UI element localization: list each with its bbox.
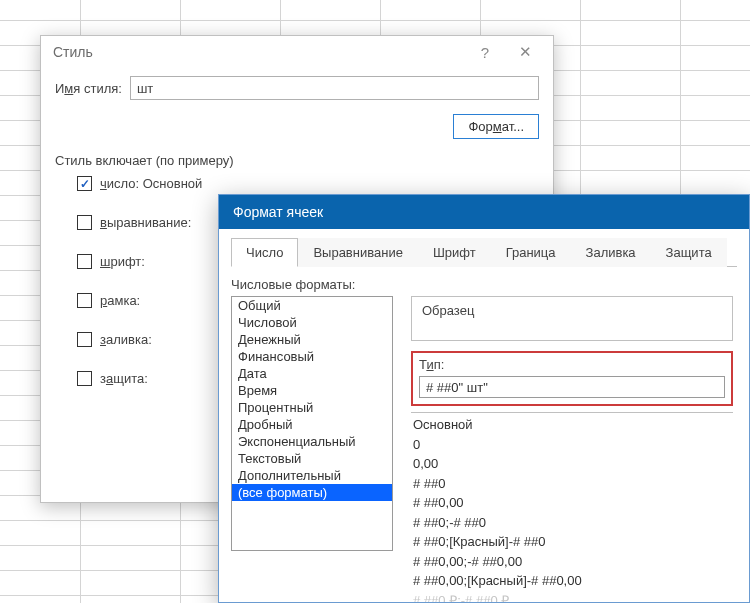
type-block: Тип:: [411, 351, 733, 406]
format-cells-tabs: Число Выравнивание Шрифт Граница Заливка…: [231, 237, 737, 267]
check-protect-label: защита:: [100, 371, 148, 386]
format-cells-columns: ОбщийЧисловойДенежныйФинансовыйДатаВремя…: [231, 296, 737, 603]
category-item[interactable]: Дробный: [232, 416, 392, 433]
format-list-item[interactable]: # ##0,00;[Красный]-# ##0,00: [411, 571, 733, 591]
category-item[interactable]: Общий: [232, 297, 392, 314]
help-icon[interactable]: ?: [465, 44, 505, 61]
checkbox-icon[interactable]: [77, 254, 92, 269]
format-list-item[interactable]: # ##0 ₽;-# ##0 ₽: [411, 591, 733, 604]
checkbox-icon[interactable]: [77, 332, 92, 347]
format-list-item[interactable]: # ##0: [411, 474, 733, 494]
check-number[interactable]: число: Основной: [77, 176, 539, 191]
category-item[interactable]: Процентный: [232, 399, 392, 416]
checkbox-icon[interactable]: [77, 371, 92, 386]
style-name-row: Имя стиля:: [55, 76, 539, 100]
format-list-item[interactable]: # ##0,00;-# ##0,00: [411, 552, 733, 572]
type-input[interactable]: [419, 376, 725, 398]
category-item[interactable]: Время: [232, 382, 392, 399]
checkbox-icon[interactable]: [77, 176, 92, 191]
style-name-input[interactable]: [130, 76, 539, 100]
tab-border[interactable]: Граница: [491, 238, 571, 267]
check-border-label: рамка:: [100, 293, 140, 308]
category-item[interactable]: Текстовый: [232, 450, 392, 467]
includes-label: Стиль включает (по примеру): [55, 153, 539, 168]
format-list-item[interactable]: # ##0;[Красный]-# ##0: [411, 532, 733, 552]
type-label: Тип:: [419, 357, 725, 372]
category-item[interactable]: Денежный: [232, 331, 392, 348]
sample-label: Образец: [422, 303, 722, 318]
sample-box: Образец: [411, 296, 733, 341]
check-font-label: шрифт:: [100, 254, 145, 269]
category-item[interactable]: Финансовый: [232, 348, 392, 365]
style-dialog-titlebar: Стиль ? ✕: [41, 36, 553, 68]
check-alignment-label: выравнивание:: [100, 215, 191, 230]
format-list[interactable]: Основной00,00# ##0# ##0,00# ##0;-# ##0# …: [411, 412, 733, 603]
categories-label: Числовые форматы:: [231, 277, 737, 292]
format-cells-right: Образец Тип: Основной00,00# ##0# ##0,00#…: [411, 296, 737, 603]
categories-listbox[interactable]: ОбщийЧисловойДенежныйФинансовыйДатаВремя…: [231, 296, 393, 551]
format-cells-titlebar: Формат ячеек: [219, 195, 749, 229]
category-item[interactable]: (все форматы): [232, 484, 392, 501]
format-cells-body: Число Выравнивание Шрифт Граница Заливка…: [219, 229, 749, 603]
format-list-item[interactable]: 0,00: [411, 454, 733, 474]
check-number-label: число: Основной: [100, 176, 202, 191]
format-cells-title: Формат ячеек: [233, 204, 323, 220]
style-name-label: Имя стиля:: [55, 81, 122, 96]
category-item[interactable]: Числовой: [232, 314, 392, 331]
style-dialog-title: Стиль: [53, 44, 465, 60]
checkbox-icon[interactable]: [77, 215, 92, 230]
category-item[interactable]: Экспоненциальный: [232, 433, 392, 450]
category-item[interactable]: Дата: [232, 365, 392, 382]
format-list-item[interactable]: 0: [411, 435, 733, 455]
check-fill-label: заливка:: [100, 332, 152, 347]
format-list-item[interactable]: # ##0,00: [411, 493, 733, 513]
tab-alignment[interactable]: Выравнивание: [298, 238, 417, 267]
tab-fill[interactable]: Заливка: [571, 238, 651, 267]
format-button-row: Формат...: [55, 114, 539, 139]
close-icon[interactable]: ✕: [505, 43, 545, 61]
category-item[interactable]: Дополнительный: [232, 467, 392, 484]
format-cells-dialog: Формат ячеек Число Выравнивание Шрифт Гр…: [218, 194, 750, 603]
tab-protect[interactable]: Защита: [651, 238, 727, 267]
checkbox-icon[interactable]: [77, 293, 92, 308]
format-button[interactable]: Формат...: [453, 114, 539, 139]
tab-font[interactable]: Шрифт: [418, 238, 491, 267]
format-list-item[interactable]: # ##0;-# ##0: [411, 513, 733, 533]
format-list-item[interactable]: Основной: [411, 415, 733, 435]
tab-number[interactable]: Число: [231, 238, 298, 267]
